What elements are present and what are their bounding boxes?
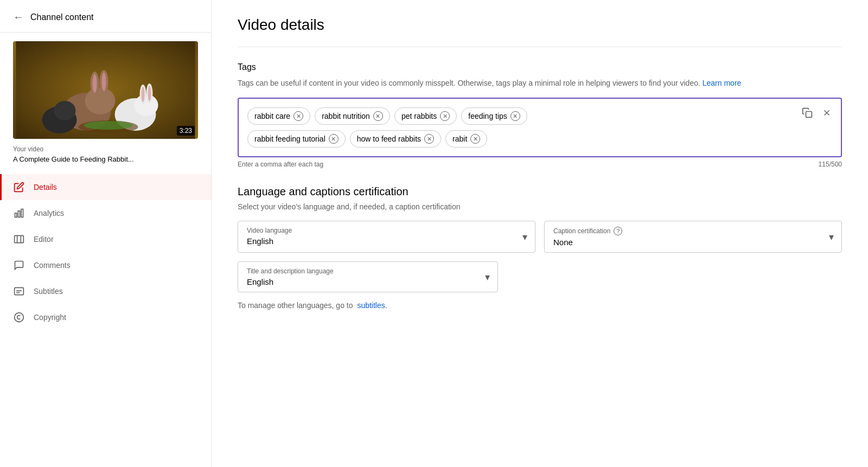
section-divider	[238, 47, 842, 47]
sidebar-channel-content-label: Channel content	[30, 12, 94, 22]
caption-cert-label-row: Caption certification ?	[553, 227, 833, 235]
tag-remove-rabbit-nutrition[interactable]: ✕	[373, 111, 383, 121]
svg-point-15	[54, 101, 76, 120]
sidebar-item-comments[interactable]: Comments	[0, 252, 211, 278]
caption-cert-help-icon[interactable]: ?	[614, 227, 622, 235]
lang-captions-section: Language and captions certification Sele…	[238, 185, 842, 310]
tag-chip-how-to-feed-rabbits: how to feed rabbits ✕	[350, 130, 441, 148]
video-language-dropdown[interactable]: Video language English ▾	[238, 221, 535, 253]
sidebar: ← Channel content	[0, 0, 212, 467]
tags-section-description: Tags can be useful if content in your vi…	[238, 78, 842, 89]
video-language-arrow-icon: ▾	[522, 231, 527, 243]
tags-section: Tags Tags can be useful if content in yo…	[238, 62, 842, 168]
other-langs-end: .	[385, 301, 387, 310]
sidebar-copyright-label: Copyright	[34, 313, 66, 322]
subtitles-icon	[13, 286, 25, 297]
svg-point-7	[102, 73, 106, 91]
tag-remove-rabbit-feeding-tutorial[interactable]: ✕	[329, 134, 339, 144]
svg-rect-21	[15, 235, 24, 242]
tag-chip-rabit: rabit ✕	[445, 130, 487, 148]
video-duration: 3:23	[177, 126, 195, 136]
editor-icon	[13, 234, 25, 245]
video-language-value: English	[247, 236, 526, 246]
analytics-icon	[13, 208, 25, 219]
tag-remove-feeding-tips[interactable]: ✕	[510, 111, 520, 121]
svg-point-3	[85, 87, 116, 114]
tags-hint-row: Enter a comma after each tag 115/500	[238, 161, 842, 168]
video-label: Your video	[13, 145, 198, 153]
sidebar-details-label: Details	[34, 183, 57, 191]
svg-point-6	[93, 74, 97, 93]
tags-input-area[interactable]: rabbit care ✕ rabbit nutrition ✕ pet rab…	[238, 98, 842, 157]
clear-tags-button[interactable]	[819, 105, 834, 120]
subtitles-link[interactable]: subtitles	[357, 301, 385, 310]
video-thumbnail	[13, 41, 198, 139]
title-desc-lang-label: Title and description language	[247, 267, 489, 275]
other-langs-text: To manage other languages, go to	[238, 301, 353, 310]
page-title: Video details	[238, 16, 842, 34]
tags-actions	[800, 105, 834, 120]
video-preview: 3:23	[13, 41, 198, 139]
other-langs-note: To manage other languages, go to subtitl…	[238, 301, 842, 310]
caption-cert-label-text: Caption certification	[553, 227, 610, 235]
tag-label-how-to-feed-rabbits: how to feed rabbits	[357, 135, 421, 143]
dropdowns-row: Video language English ▾ Caption certifi…	[238, 221, 842, 253]
video-language-label: Video language	[247, 227, 526, 234]
sidebar-comments-label: Comments	[34, 261, 71, 270]
tag-remove-how-to-feed-rabbits[interactable]: ✕	[424, 134, 434, 144]
tags-row-1: rabbit care ✕ rabbit nutrition ✕ pet rab…	[247, 107, 832, 125]
pencil-icon	[13, 182, 25, 193]
nav-items: Details Analytics Editor	[0, 174, 211, 330]
tags-section-title: Tags	[238, 62, 842, 72]
caption-cert-value: None	[553, 238, 833, 247]
tag-remove-rabit[interactable]: ✕	[470, 134, 480, 144]
svg-point-17	[84, 121, 133, 130]
svg-rect-18	[15, 213, 17, 217]
tags-row-2: rabbit feeding tutorial ✕ how to feed ra…	[247, 130, 832, 148]
tags-desc-text: Tags can be useful if content in your vi…	[238, 79, 700, 87]
title-desc-lang-value: English	[247, 277, 489, 286]
back-arrow-icon[interactable]: ←	[13, 11, 24, 23]
tag-label-rabbit-nutrition: rabbit nutrition	[322, 112, 370, 120]
tags-hint-text: Enter a comma after each tag	[238, 161, 323, 168]
svg-point-9	[135, 94, 158, 116]
sidebar-item-analytics[interactable]: Analytics	[0, 200, 211, 226]
copy-tags-button[interactable]	[800, 105, 815, 120]
comments-icon	[13, 260, 25, 271]
tag-label-rabbit-feeding-tutorial: rabbit feeding tutorial	[254, 135, 326, 143]
lang-captions-title: Language and captions certification	[238, 185, 842, 198]
svg-rect-20	[21, 209, 23, 217]
copyright-icon	[13, 312, 25, 323]
svg-point-13	[148, 86, 151, 101]
svg-point-27	[15, 313, 24, 322]
tag-chip-rabbit-care: rabbit care ✕	[247, 107, 310, 125]
tag-chip-feeding-tips: feeding tips ✕	[461, 107, 527, 125]
sidebar-item-subtitles[interactable]: Subtitles	[0, 278, 211, 304]
sidebar-subtitles-label: Subtitles	[34, 287, 63, 296]
tags-learn-more-link[interactable]: Learn more	[703, 79, 742, 87]
svg-point-12	[142, 87, 145, 102]
sidebar-item-copyright[interactable]: Copyright	[0, 304, 211, 330]
title-desc-lang-dropdown[interactable]: Title and description language English ▾	[238, 261, 498, 292]
caption-cert-arrow-icon: ▾	[829, 231, 834, 243]
sidebar-analytics-label: Analytics	[34, 209, 64, 217]
video-info: Your video A Complete Guide to Feeding R…	[0, 145, 211, 170]
tag-remove-rabbit-care[interactable]: ✕	[293, 111, 303, 121]
tag-label-rabbit-care: rabbit care	[254, 112, 290, 120]
tag-label-feeding-tips: feeding tips	[468, 112, 507, 120]
sidebar-item-details[interactable]: Details	[0, 174, 211, 200]
tags-char-count: 115/500	[819, 161, 842, 168]
sidebar-header: ← Channel content	[0, 0, 211, 33]
title-desc-lang-arrow-icon: ▾	[485, 271, 490, 283]
tag-chip-pet-rabbits: pet rabbits ✕	[394, 107, 457, 125]
main-content: Video details Tags Tags can be useful if…	[212, 0, 868, 467]
tag-chip-rabbit-feeding-tutorial: rabbit feeding tutorial ✕	[247, 130, 346, 148]
video-name: A Complete Guide to Feeding Rabbit...	[13, 155, 198, 163]
svg-rect-28	[806, 112, 812, 118]
tag-label-rabit: rabit	[452, 135, 467, 143]
lang-captions-description: Select your video's language and, if nee…	[238, 202, 842, 211]
caption-cert-dropdown[interactable]: Caption certification ? None ▾	[544, 221, 842, 253]
sidebar-item-editor[interactable]: Editor	[0, 226, 211, 252]
tag-remove-pet-rabbits[interactable]: ✕	[440, 111, 450, 121]
sidebar-editor-label: Editor	[34, 235, 54, 244]
